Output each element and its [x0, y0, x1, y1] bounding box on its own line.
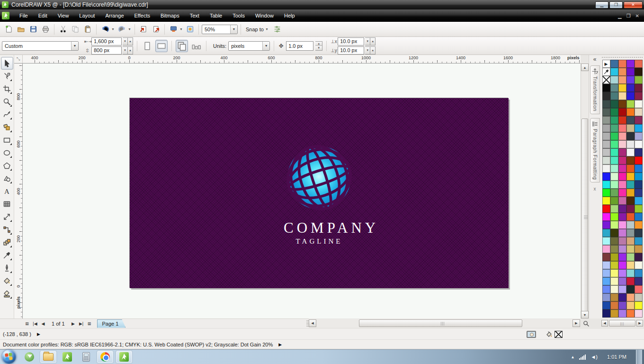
color-swatch[interactable]	[602, 132, 610, 140]
options-button[interactable]	[272, 24, 283, 35]
color-swatch[interactable]	[635, 156, 643, 164]
taskbar-calculator-icon[interactable]	[78, 351, 94, 363]
color-swatch[interactable]	[602, 148, 610, 156]
color-swatch[interactable]	[635, 261, 643, 269]
color-swatch[interactable]	[610, 92, 618, 100]
doc-restore-button[interactable]: ❐	[626, 13, 631, 18]
connector-tool[interactable]	[1, 223, 13, 236]
no-color-swatch[interactable]	[602, 76, 610, 84]
previous-page-button[interactable]: ◀	[40, 321, 46, 326]
color-swatch[interactable]	[635, 309, 643, 318]
nudge-distance-field[interactable]: 1.0 px	[286, 41, 313, 51]
menu-tools[interactable]: Tools	[227, 9, 250, 22]
color-swatch[interactable]	[626, 92, 635, 100]
color-swatch[interactable]	[618, 189, 626, 197]
color-swatch[interactable]	[602, 293, 610, 301]
color-swatch[interactable]	[602, 229, 610, 237]
taskbar-coreldraw-icon[interactable]	[59, 351, 75, 363]
color-swatch[interactable]	[602, 124, 610, 132]
color-swatch[interactable]	[618, 132, 626, 140]
zoom-levels-combo[interactable]: 50% ▼	[202, 25, 238, 34]
new-document-button[interactable]	[3, 24, 14, 35]
palette-drag-handle[interactable]	[602, 56, 643, 59]
color-swatch[interactable]	[618, 84, 626, 92]
color-swatch[interactable]	[610, 213, 618, 221]
color-swatch[interactable]	[635, 205, 643, 213]
color-swatch[interactable]	[618, 285, 626, 293]
color-swatch[interactable]	[618, 253, 626, 261]
taskbar-clock[interactable]: 1:01 PM	[602, 354, 631, 360]
taskbar-idm-icon[interactable]	[21, 351, 37, 363]
color-swatch[interactable]	[635, 92, 643, 100]
application-launcher-button[interactable]	[168, 24, 179, 35]
page-height-field[interactable]: 800 px	[91, 46, 122, 55]
color-swatch[interactable]	[618, 156, 626, 164]
all-pages-button[interactable]	[176, 40, 188, 52]
logo-artwork[interactable]: COMPANY TAGLINE	[284, 144, 355, 246]
color-swatch[interactable]	[635, 100, 643, 108]
first-page-button[interactable]: |◀	[32, 321, 38, 326]
color-swatch[interactable]	[635, 253, 643, 261]
color-swatch[interactable]	[610, 309, 618, 318]
color-swatch[interactable]	[635, 293, 643, 301]
color-swatch[interactable]	[635, 148, 643, 156]
duplicate-x-spinner[interactable]: ▼▲	[365, 37, 376, 46]
color-swatch[interactable]	[635, 181, 643, 189]
vertical-ruler[interactable]: 8006004002000pixels	[14, 64, 23, 318]
color-swatch[interactable]	[602, 140, 610, 148]
color-swatch[interactable]	[626, 237, 635, 245]
color-swatch[interactable]	[618, 140, 626, 148]
color-swatch[interactable]	[610, 261, 618, 269]
open-button[interactable]	[15, 24, 27, 35]
duplicate-y-field[interactable]: 10.0 px	[338, 46, 364, 55]
color-swatch[interactable]	[635, 221, 643, 229]
color-swatch[interactable]	[602, 100, 610, 108]
color-swatch[interactable]	[626, 132, 635, 140]
color-swatch[interactable]	[626, 68, 635, 76]
doc-close-button[interactable]: ✕	[635, 13, 639, 18]
color-swatch[interactable]	[626, 245, 635, 253]
menu-text[interactable]: Text	[185, 9, 205, 22]
collapse-dockers-icon[interactable]: «	[589, 55, 600, 65]
color-swatch[interactable]	[635, 245, 643, 253]
color-swatch[interactable]	[610, 189, 618, 197]
color-swatch[interactable]	[602, 84, 610, 92]
color-swatch[interactable]	[602, 253, 610, 261]
print-button[interactable]	[40, 24, 51, 35]
color-swatch[interactable]	[602, 245, 610, 253]
color-swatch[interactable]	[635, 68, 643, 76]
color-swatch[interactable]	[618, 229, 626, 237]
color-swatch[interactable]	[618, 261, 626, 269]
palette-scrollbar[interactable]: ◀ ||| ▶	[600, 319, 644, 328]
eyedropper-tool[interactable]	[1, 249, 13, 262]
color-swatch[interactable]	[618, 197, 626, 205]
color-swatch[interactable]	[602, 181, 610, 189]
docker-tab-transformation[interactable]: Transformation	[590, 65, 600, 114]
ruler-origin-corner[interactable]: ⤡	[14, 55, 23, 64]
color-swatch[interactable]	[635, 60, 643, 68]
page-height-spinner[interactable]: ▼▲	[123, 46, 133, 55]
taskbar-explorer-icon[interactable]	[40, 351, 56, 363]
color-swatch[interactable]	[610, 148, 618, 156]
color-swatch[interactable]	[618, 164, 626, 173]
color-swatch[interactable]	[618, 237, 626, 245]
pick-tool[interactable]	[1, 57, 13, 70]
color-swatch[interactable]	[618, 181, 626, 189]
color-swatch[interactable]	[618, 221, 626, 229]
color-swatch[interactable]	[635, 116, 643, 124]
color-swatch[interactable]	[610, 60, 618, 68]
color-swatch[interactable]	[602, 221, 610, 229]
color-swatch[interactable]	[610, 100, 618, 108]
color-swatch[interactable]	[626, 301, 635, 309]
redo-button[interactable]	[116, 24, 127, 35]
color-swatch[interactable]	[635, 269, 643, 277]
taskbar-chrome-icon[interactable]	[97, 351, 113, 363]
profiles-flyout-arrow-icon[interactable]: ▶	[278, 342, 282, 347]
color-swatch[interactable]	[602, 261, 610, 269]
color-swatch[interactable]	[618, 76, 626, 84]
color-swatch[interactable]	[635, 277, 643, 285]
color-swatch[interactable]	[610, 301, 618, 309]
palette-scroll-right-button[interactable]: ▶	[636, 320, 643, 327]
import-button[interactable]	[138, 24, 149, 35]
color-swatch[interactable]	[635, 213, 643, 221]
